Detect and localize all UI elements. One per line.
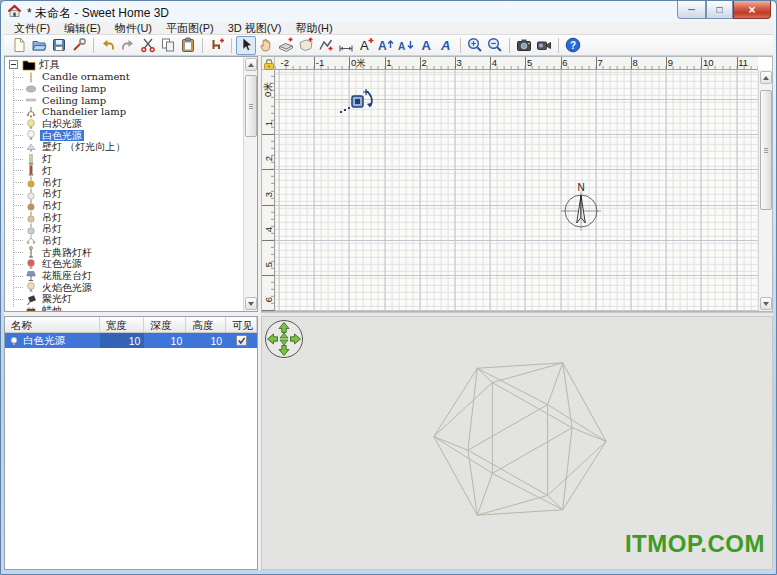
furniture-width-cell[interactable]: 10 bbox=[100, 333, 145, 348]
catalog-tree[interactable]: 灯具 Candle ornamentCeiling lampCeiling la… bbox=[5, 57, 243, 311]
catalog-item-19[interactable]: 火焰色光源 bbox=[5, 281, 243, 293]
catalog-item-6[interactable]: 白色光源 bbox=[5, 129, 243, 141]
catalog-item-4[interactable]: Chandelier lamp bbox=[5, 106, 243, 118]
column-header-3[interactable]: 深度 bbox=[144, 317, 186, 332]
furniture-depth-cell[interactable]: 10 bbox=[144, 333, 186, 348]
create-rooms-button[interactable] bbox=[296, 36, 316, 55]
furniture-row[interactable]: 白色光源101010 bbox=[5, 333, 257, 348]
menu-item-1[interactable]: 文件(F) bbox=[7, 22, 57, 35]
catalog-item-17[interactable]: 红色光源 bbox=[5, 258, 243, 270]
catalog-item-20[interactable]: 聚光灯 bbox=[5, 293, 243, 305]
undo-button[interactable] bbox=[98, 36, 118, 55]
column-header-5[interactable]: 可见 bbox=[226, 317, 257, 332]
check-icon bbox=[237, 336, 246, 345]
catalog-item-label: Ceiling lamp bbox=[40, 83, 108, 94]
catalog-scrollbar[interactable] bbox=[243, 57, 257, 311]
catalog-item-12[interactable]: 吊灯 bbox=[5, 200, 243, 212]
zoom-in-button[interactable] bbox=[465, 36, 485, 55]
create-polylines-button[interactable] bbox=[316, 36, 336, 55]
paste-button[interactable] bbox=[178, 36, 198, 55]
catalog-item-label: 白色光源 bbox=[40, 130, 84, 141]
catalog-item-9[interactable]: 灯 bbox=[5, 165, 243, 177]
menu-item-4[interactable]: 平面图(P) bbox=[159, 22, 221, 35]
catalog-item-label: 壁灯 （灯光向上） bbox=[40, 141, 127, 152]
h-ruler-label: 7 bbox=[597, 57, 602, 68]
catalog-root-row[interactable]: 灯具 bbox=[5, 58, 243, 71]
toolbar-separator bbox=[558, 38, 559, 53]
pan-tool-button[interactable] bbox=[256, 36, 276, 55]
scroll-up-button[interactable] bbox=[245, 58, 257, 71]
navigation-pad[interactable] bbox=[264, 319, 304, 359]
catalog-item-10[interactable]: 吊灯 bbox=[5, 176, 243, 188]
scrollbar-thumb[interactable] bbox=[760, 90, 772, 210]
create-video-button[interactable] bbox=[534, 36, 554, 55]
create-dimensions-button[interactable] bbox=[336, 36, 356, 55]
menu-item-3[interactable]: 物件(U) bbox=[108, 22, 159, 35]
catalog-item-3[interactable]: Ceiling lamp bbox=[5, 94, 243, 106]
furniture-table-body[interactable]: 白色光源101010 bbox=[5, 333, 257, 348]
preferences-button[interactable] bbox=[69, 36, 89, 55]
h-ruler-label: 1 bbox=[386, 57, 391, 68]
catalog-item-15[interactable]: 吊灯 bbox=[5, 235, 243, 247]
catalog-item-18[interactable]: 花瓶座台灯 bbox=[5, 270, 243, 282]
catalog-item-13[interactable]: 吊灯 bbox=[5, 211, 243, 223]
three-d-view[interactable]: ITMOP.COM bbox=[261, 316, 773, 570]
catalog-item-1[interactable]: Candle ornament bbox=[5, 71, 243, 83]
scroll-down-button[interactable] bbox=[245, 297, 257, 310]
plan-scrollbar[interactable] bbox=[758, 70, 772, 311]
catalog-item-5[interactable]: 白炽光源 bbox=[5, 118, 243, 130]
visible-checkbox[interactable] bbox=[236, 335, 247, 346]
catalog-item-8[interactable]: 灯 bbox=[5, 153, 243, 165]
open-folder-icon bbox=[31, 37, 47, 53]
create-walls-button[interactable] bbox=[276, 36, 296, 55]
close-button[interactable]: × bbox=[733, 1, 771, 19]
italic-icon: A bbox=[438, 37, 454, 53]
save-button[interactable] bbox=[49, 36, 69, 55]
tree-collapse-icon[interactable] bbox=[9, 60, 18, 69]
v-ruler-label: 1 bbox=[263, 114, 274, 134]
catalog-item-14[interactable]: 吊灯 bbox=[5, 223, 243, 235]
copy-button[interactable] bbox=[158, 36, 178, 55]
about-button[interactable]: ? bbox=[563, 36, 583, 55]
add-furniture-button[interactable] bbox=[207, 36, 227, 55]
maximize-button[interactable]: □ bbox=[706, 1, 733, 19]
pan-icon bbox=[258, 37, 274, 53]
column-header-1[interactable]: 名称 bbox=[5, 317, 100, 332]
catalog-item-16[interactable]: 古典路灯杆 bbox=[5, 246, 243, 258]
new-plan-button[interactable] bbox=[9, 36, 29, 55]
select-tool-button[interactable] bbox=[236, 36, 256, 55]
catalog-item-21[interactable]: 蜡烛 bbox=[5, 305, 243, 311]
title-bar[interactable]: * 未命名 - Sweet Home 3D ─ □ × bbox=[1, 1, 776, 22]
menu-item-5[interactable]: 3D 视图(V) bbox=[221, 22, 289, 35]
cut-button[interactable] bbox=[138, 36, 158, 55]
catalog-item-7[interactable]: 壁灯 （灯光向上） bbox=[5, 141, 243, 153]
spot-lamp-icon bbox=[25, 293, 37, 305]
compass[interactable]: N bbox=[561, 182, 601, 232]
catalog-item-2[interactable]: Ceiling lamp bbox=[5, 83, 243, 95]
menu-item-2[interactable]: 编辑(E) bbox=[57, 22, 108, 35]
add-text-button[interactable]: A bbox=[356, 36, 376, 55]
v-ruler-label: 5 bbox=[263, 255, 274, 275]
italic-button[interactable]: A bbox=[436, 36, 456, 55]
plan-canvas[interactable]: N bbox=[275, 70, 758, 311]
redo-button[interactable] bbox=[118, 36, 138, 55]
column-header-4[interactable]: 高度 bbox=[186, 317, 226, 332]
scroll-up-button[interactable] bbox=[760, 71, 772, 84]
minimize-button[interactable]: ─ bbox=[677, 1, 706, 19]
create-photo-button[interactable] bbox=[514, 36, 534, 55]
bold-button[interactable]: A bbox=[416, 36, 436, 55]
furniture-height-cell[interactable]: 10 bbox=[186, 333, 226, 348]
undo-icon bbox=[100, 37, 116, 53]
catalog-item-label: 红色光源 bbox=[40, 258, 84, 269]
zoom-out-button[interactable] bbox=[485, 36, 505, 55]
scrollbar-thumb[interactable] bbox=[245, 75, 257, 137]
decrease-text-size-button[interactable]: A bbox=[396, 36, 416, 55]
menu-item-6[interactable]: 帮助(H) bbox=[288, 22, 339, 35]
catalog-item-11[interactable]: 吊灯 bbox=[5, 188, 243, 200]
scroll-down-button[interactable] bbox=[760, 297, 772, 310]
increase-text-size-button[interactable]: A bbox=[376, 36, 396, 55]
column-header-2[interactable]: 宽度 bbox=[100, 317, 145, 332]
open-button[interactable] bbox=[29, 36, 49, 55]
catalog-item-label: 吊灯 bbox=[40, 223, 64, 234]
plan-view[interactable]: -2-10米1234567891011 0米123456 N bbox=[261, 56, 773, 312]
